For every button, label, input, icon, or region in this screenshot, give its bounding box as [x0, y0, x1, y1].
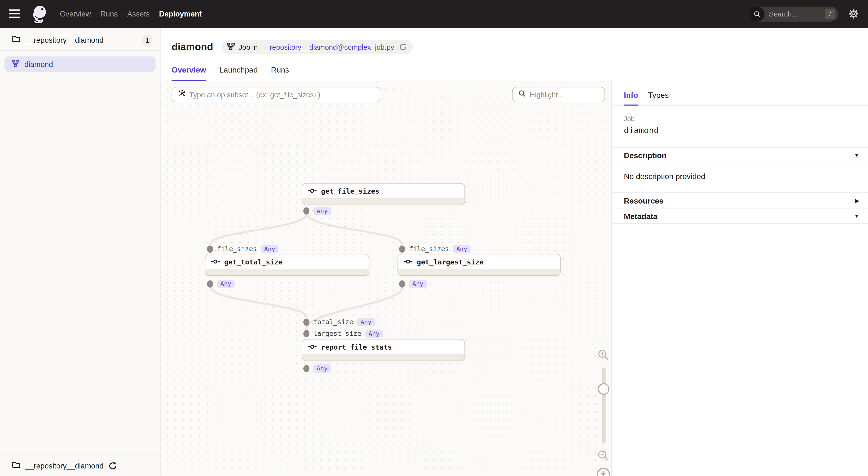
- input-port-row[interactable]: file_sizes Any: [207, 244, 278, 253]
- job-tabs: Overview Launchpad Runs: [160, 62, 868, 81]
- input-port-icon: [399, 245, 405, 252]
- output-port-row[interactable]: Any: [303, 206, 331, 215]
- input-port-label: file_sizes: [217, 245, 257, 253]
- zoom-in-icon[interactable]: [597, 349, 609, 361]
- type-badge[interactable]: Any: [217, 279, 235, 288]
- op-node-get-file-sizes[interactable]: get_file_sizes: [302, 183, 465, 205]
- job-label: Job: [624, 115, 856, 123]
- type-badge[interactable]: Any: [261, 245, 279, 253]
- tab-runs[interactable]: Runs: [271, 62, 289, 81]
- tab-launchpad[interactable]: Launchpad: [219, 62, 258, 81]
- job-summary: Job diamond: [612, 106, 868, 147]
- search-input[interactable]: [765, 10, 825, 18]
- type-badge[interactable]: Any: [409, 279, 427, 288]
- panel-tabs: Info Types: [612, 81, 868, 106]
- op-name: get_total_size: [224, 258, 282, 266]
- op-node-get-total-size[interactable]: get_total_size: [205, 254, 369, 276]
- type-badge[interactable]: Any: [453, 245, 471, 253]
- op-icon: [404, 259, 412, 265]
- section-description[interactable]: Description ▼: [612, 147, 868, 163]
- reload-repository-icon[interactable]: [108, 462, 117, 470]
- dagster-app: Overview Runs Assets Deployment /: [0, 0, 868, 476]
- type-badge[interactable]: Any: [313, 206, 331, 215]
- tab-overview[interactable]: Overview: [172, 62, 206, 81]
- section-title: Resources: [624, 196, 663, 205]
- sidebar-item-diamond[interactable]: diamond: [4, 56, 155, 72]
- caret-right-icon: ▶: [856, 198, 859, 203]
- job-origin-tag: Job in __repository__diamond@complex_job…: [221, 40, 413, 54]
- job-count-badge: 1: [142, 35, 152, 45]
- type-badge[interactable]: Any: [365, 329, 383, 337]
- nav-overview[interactable]: Overview: [60, 10, 91, 18]
- output-port-icon: [303, 365, 309, 372]
- input-port-row[interactable]: file_sizes Any: [399, 244, 470, 253]
- folder-icon: [12, 461, 21, 471]
- section-title: Description: [624, 151, 666, 159]
- download-graph-icon[interactable]: [596, 467, 611, 476]
- zoom-slider-track[interactable]: [601, 368, 605, 443]
- nav-assets[interactable]: Assets: [127, 10, 150, 18]
- input-port-label: total_size: [313, 318, 353, 326]
- caret-down-icon: ▼: [854, 152, 859, 158]
- type-badge[interactable]: Any: [357, 317, 375, 326]
- dependency-edges: [160, 81, 611, 476]
- output-port-row[interactable]: Any: [303, 364, 331, 373]
- job-tag-prefix: Job in: [239, 43, 258, 51]
- op-node-report-file-stats[interactable]: report_file_stats: [302, 339, 465, 361]
- gear-icon[interactable]: [848, 8, 859, 20]
- info-panel: Info Types Job diamond Description ▼ No …: [611, 81, 868, 476]
- sidebar-item-label: diamond: [24, 60, 53, 68]
- op-node-footer: [398, 269, 560, 275]
- page-header: diamond Job in __repository__diamond@com…: [160, 28, 868, 62]
- search-shortcut-key: /: [825, 8, 835, 19]
- section-metadata[interactable]: Metadata ▼: [612, 208, 868, 224]
- op-node-footer: [302, 354, 464, 361]
- nav-runs[interactable]: Runs: [100, 10, 118, 18]
- job-name: diamond: [624, 126, 856, 135]
- dagster-logo-icon[interactable]: [29, 4, 49, 24]
- zoom-slider-handle[interactable]: [598, 383, 609, 395]
- input-port-row[interactable]: largest_size Any: [303, 329, 383, 338]
- output-port-icon: [207, 280, 213, 287]
- job-list: diamond: [0, 51, 160, 77]
- op-node-footer: [302, 198, 464, 205]
- output-port-icon: [303, 207, 309, 214]
- type-badge[interactable]: Any: [313, 364, 331, 372]
- job-graph-icon: [227, 42, 235, 52]
- repository-link[interactable]: __repository__diamond@complex_job.py: [261, 43, 394, 51]
- op-node-get-largest-size[interactable]: get_largest_size: [398, 254, 561, 276]
- main-content: diamond Job in __repository__diamond@com…: [160, 28, 868, 476]
- global-search[interactable]: /: [749, 6, 838, 21]
- tab-info[interactable]: Info: [624, 91, 638, 106]
- refresh-icon[interactable]: [399, 43, 407, 51]
- sidebar-footer: __repository__diamond: [0, 455, 160, 476]
- sidebar-repository-row[interactable]: __repository__diamond 1: [0, 28, 160, 50]
- zoom-out-icon[interactable]: [597, 449, 609, 462]
- footer-repository-name: __repository__diamond: [26, 462, 104, 470]
- op-icon: [308, 188, 316, 194]
- folder-icon: [12, 35, 21, 45]
- output-port-icon: [399, 280, 405, 287]
- input-port-icon: [303, 318, 309, 326]
- search-icon: [749, 6, 765, 21]
- input-port-label: file_sizes: [409, 245, 449, 253]
- repository-name: __repository__diamond: [26, 36, 137, 44]
- op-name: report_file_stats: [321, 343, 392, 351]
- caret-down-icon: ▼: [854, 213, 859, 219]
- op-name: get_largest_size: [417, 258, 483, 266]
- op-graph-canvas[interactable]: get_file_sizes Any file_sizes Any: [160, 81, 611, 476]
- tab-types[interactable]: Types: [648, 91, 669, 106]
- sidebar: __repository__diamond 1 diamond __reposi…: [0, 28, 160, 476]
- nav-links: Overview Runs Assets Deployment: [60, 10, 202, 18]
- output-port-row[interactable]: Any: [399, 279, 427, 288]
- input-port-icon: [207, 245, 213, 252]
- output-port-row[interactable]: Any: [207, 279, 235, 288]
- op-name: get_file_sizes: [321, 186, 379, 195]
- zoom-controls: [596, 349, 611, 476]
- op-node-footer: [206, 269, 369, 275]
- nav-deployment[interactable]: Deployment: [159, 10, 202, 18]
- section-title: Metadata: [624, 211, 657, 220]
- menu-icon[interactable]: [9, 7, 22, 21]
- input-port-row[interactable]: total_size Any: [303, 317, 375, 326]
- section-resources[interactable]: Resources ▶: [612, 193, 868, 208]
